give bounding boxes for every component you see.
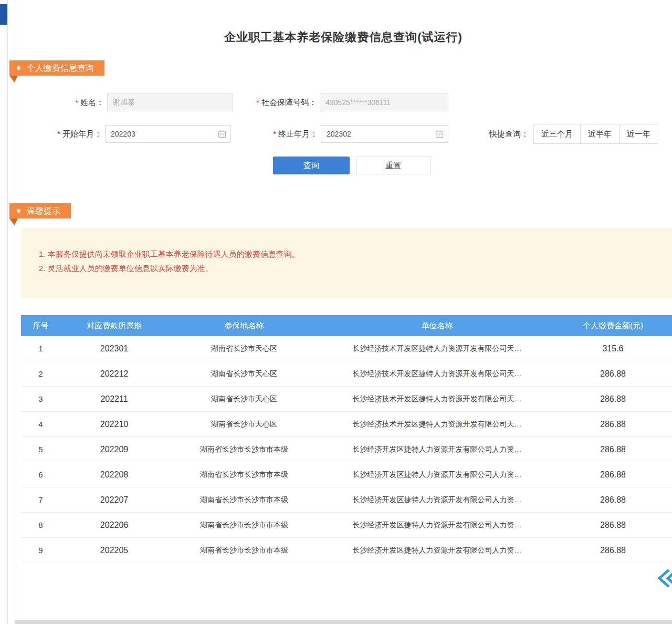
table-header-row: 序号 对应费款所属期 参保地名称 单位名称 个人缴费金额(元)	[21, 315, 672, 336]
notice-box: 1. 本服务仅提供尚未领取企业职工基本养老保险待遇人员的缴费信息查询。 2. 灵…	[21, 228, 672, 298]
required-asterisk: *	[57, 129, 60, 138]
section-label: 温馨提示	[27, 203, 60, 219]
social-security-number-input[interactable]	[320, 93, 448, 111]
cell-area: 湖南省长沙市长沙市市本级	[168, 470, 320, 480]
column-header-period: 对应费款所属期	[60, 321, 168, 331]
cell-area: 湖南省长沙市长沙市市本级	[168, 521, 320, 530]
cell-index: 4	[21, 420, 60, 429]
start-month-input[interactable]	[105, 125, 231, 143]
cell-period: 202210	[60, 420, 168, 429]
column-header-area: 参保地名称	[168, 321, 320, 331]
cell-company: 长沙经济技术开发区捷特人力资源开发有限公司天…	[320, 394, 554, 404]
section-header-personal-payment-query: 个人缴费信息查询	[9, 60, 104, 76]
cell-company: 长沙经济开发区捷特人力资源开发有限公司人力资…	[320, 546, 554, 555]
payment-table: 序号 对应费款所属期 参保地名称 单位名称 个人缴费金额(元) 1 202301…	[21, 315, 672, 563]
cell-area: 湖南省长沙市长沙市市本级	[168, 495, 320, 505]
start-month-label: *开始年月：	[45, 129, 102, 139]
cell-period: 202212	[60, 369, 168, 379]
page-title: 企业职工基本养老保险缴费信息查询(试运行)	[15, 29, 672, 45]
cell-index: 8	[21, 521, 60, 529]
name-input[interactable]	[107, 93, 233, 111]
start-month-field-group: *开始年月：	[45, 125, 231, 143]
cell-amount: 286.88	[554, 470, 672, 480]
end-month-input[interactable]	[321, 125, 448, 143]
cell-amount: 286.88	[554, 420, 672, 429]
reset-button[interactable]: 重置	[356, 157, 430, 174]
section-header-tips: 温馨提示	[9, 203, 71, 219]
quick-query-label: 快捷查询：	[489, 129, 529, 139]
cell-index: 7	[21, 495, 60, 504]
cell-period: 202206	[60, 521, 168, 530]
cell-company: 长沙经济技术开发区捷特人力资源开发有限公司天…	[320, 369, 554, 379]
table-row[interactable]: 2 202212 湖南省长沙市天心区 长沙经济技术开发区捷特人力资源开发有限公司…	[21, 361, 672, 387]
content-left-divider	[15, 0, 15, 624]
table-row[interactable]: 7 202207 湖南省长沙市长沙市市本级 长沙经济开发区捷特人力资源开发有限公…	[21, 487, 672, 513]
calendar-icon[interactable]	[435, 130, 444, 138]
cell-company: 长沙经济开发区捷特人力资源开发有限公司人力资…	[320, 521, 554, 530]
name-label: *姓名：	[63, 98, 104, 108]
notice-line-2: 2. 灵活就业人员的缴费单位信息以实际缴费为准。	[39, 261, 662, 275]
cell-period: 202211	[60, 394, 168, 404]
cell-amount: 315.6	[554, 344, 672, 353]
cell-amount: 286.88	[554, 445, 672, 454]
cell-area: 湖南省长沙市长沙市市本级	[168, 445, 320, 454]
quick-last-3-months-button[interactable]: 近三个月	[533, 124, 581, 144]
cell-index: 5	[21, 445, 60, 454]
cell-index: 9	[21, 546, 60, 555]
table-row[interactable]: 9 202205 湖南省长沙市长沙市市本级 长沙经济开发区捷特人力资源开发有限公…	[21, 538, 672, 563]
quick-last-half-year-button[interactable]: 近半年	[580, 124, 620, 144]
quick-query-group: 快捷查询： 近三个月 近半年 近一年	[489, 125, 658, 143]
table-row[interactable]: 1 202301 湖南省长沙市天心区 长沙经济技术开发区捷特人力资源开发有限公司…	[21, 336, 672, 361]
calendar-icon[interactable]	[218, 130, 226, 138]
cell-company: 长沙经济开发区捷特人力资源开发有限公司人力资…	[320, 445, 554, 454]
section-label: 个人缴费信息查询	[27, 60, 94, 76]
cell-area: 湖南省长沙市天心区	[168, 369, 320, 379]
cell-area: 湖南省长沙市长沙市市本级	[168, 546, 320, 555]
cell-company: 长沙经济开发区捷特人力资源开发有限公司人力资…	[320, 470, 554, 480]
ribbon-fold-decoration	[9, 76, 18, 82]
cell-amount: 286.88	[554, 394, 672, 404]
bullet-dot-icon	[17, 66, 20, 70]
cell-area: 湖南省长沙市天心区	[168, 344, 320, 353]
end-month-picker	[318, 125, 448, 143]
required-asterisk: *	[75, 98, 78, 107]
cell-company: 长沙经济技术开发区捷特人力资源开发有限公司天…	[320, 420, 554, 429]
table-row[interactable]: 3 202211 湖南省长沙市天心区 长沙经济技术开发区捷特人力资源开发有限公司…	[21, 387, 672, 412]
column-header-index: 序号	[21, 321, 60, 331]
collapse-double-chevron-icon[interactable]	[656, 568, 672, 588]
bullet-dot-icon	[17, 209, 20, 213]
cell-company: 长沙经济开发区捷特人力资源开发有限公司人力资…	[320, 495, 554, 505]
page: 企业职工基本养老保险缴费信息查询(试运行) 个人缴费信息查询 *姓名： *社会保…	[0, 0, 672, 624]
cell-period: 202205	[60, 546, 168, 555]
table-row[interactable]: 8 202206 湖南省长沙市长沙市市本级 长沙经济开发区捷特人力资源开发有限公…	[21, 513, 672, 538]
ssn-field-group: *社会保障号码：	[239, 93, 448, 111]
cell-index: 2	[21, 369, 60, 378]
ribbon-fold-decoration	[9, 219, 18, 225]
name-field-group: *姓名：	[63, 93, 233, 111]
cell-period: 202209	[60, 445, 168, 454]
cell-period: 202301	[60, 344, 168, 353]
cell-area: 湖南省长沙市天心区	[168, 420, 320, 429]
footer-strip	[15, 620, 672, 624]
required-asterisk: *	[256, 98, 259, 107]
cell-index: 3	[21, 394, 60, 403]
table-row[interactable]: 6 202208 湖南省长沙市长沙市市本级 长沙经济开发区捷特人力资源开发有限公…	[21, 462, 672, 487]
ssn-label: *社会保障号码：	[239, 98, 317, 108]
required-asterisk: *	[273, 129, 276, 138]
query-button[interactable]: 查询	[273, 157, 350, 174]
table-row[interactable]: 5 202209 湖南省长沙市长沙市市本级 长沙经济开发区捷特人力资源开发有限公…	[21, 437, 672, 462]
cell-period: 202207	[60, 495, 168, 505]
end-month-label: *终止年月：	[262, 129, 318, 139]
cell-amount: 286.88	[554, 369, 672, 379]
column-header-company: 单位名称	[320, 321, 554, 331]
quick-last-year-button[interactable]: 近一年	[619, 124, 658, 144]
cell-area: 湖南省长沙市天心区	[168, 394, 320, 404]
left-sidebar-rail	[0, 0, 8, 624]
cell-company: 长沙经济技术开发区捷特人力资源开发有限公司天…	[320, 344, 554, 353]
start-month-picker	[102, 125, 231, 143]
sidebar-active-indicator[interactable]	[0, 4, 7, 25]
cell-amount: 286.88	[554, 495, 672, 505]
cell-index: 6	[21, 470, 60, 479]
table-row[interactable]: 4 202210 湖南省长沙市天心区 长沙经济技术开发区捷特人力资源开发有限公司…	[21, 412, 672, 437]
cell-period: 202208	[60, 470, 168, 480]
